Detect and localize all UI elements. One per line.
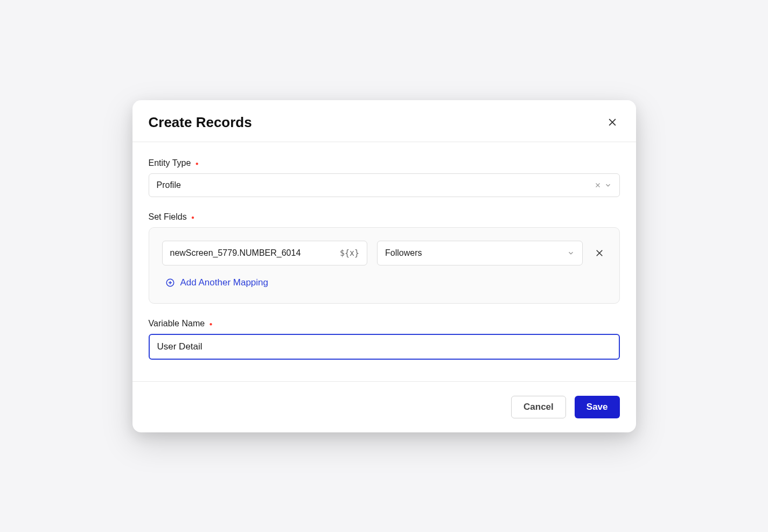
close-icon: [607, 117, 618, 128]
set-fields-group: Set Fields ● newScreen_5779.NUMBER_6014 …: [149, 212, 620, 304]
entity-type-group: Entity Type ● Profile: [149, 158, 620, 197]
x-icon: [595, 182, 601, 188]
variable-name-input[interactable]: [149, 334, 620, 360]
mapping-source-value: newScreen_5779.NUMBER_6014: [170, 248, 340, 258]
add-mapping-label: Add Another Mapping: [180, 277, 269, 288]
mapping-target-value: Followers: [385, 248, 567, 258]
close-button[interactable]: [605, 115, 620, 130]
modal-footer: Cancel Save: [132, 381, 636, 432]
required-indicator: ●: [196, 160, 199, 166]
plus-circle-icon: [165, 278, 175, 288]
save-button[interactable]: Save: [575, 396, 620, 418]
entity-type-select[interactable]: Profile: [149, 173, 620, 197]
chevron-down-icon: [567, 249, 575, 257]
modal-body: Entity Type ● Profile: [132, 142, 636, 381]
mapping-target-dropdown[interactable]: [567, 249, 575, 257]
variable-indicator: ${x}: [340, 248, 359, 258]
variable-name-group: Variable Name ●: [149, 319, 620, 360]
x-icon: [595, 248, 604, 258]
entity-type-label: Entity Type ●: [149, 158, 199, 168]
select-icons: [595, 181, 612, 189]
entity-type-label-text: Entity Type: [149, 158, 191, 167]
entity-type-clear[interactable]: [595, 182, 601, 188]
modal-header: Create Records: [132, 100, 636, 142]
set-fields-container: newScreen_5779.NUMBER_6014 ${x} Follower…: [149, 227, 620, 304]
chevron-down-icon: [604, 181, 612, 189]
add-mapping-button[interactable]: Add Another Mapping: [162, 275, 272, 290]
create-records-modal: Create Records Entity Type ● Profile: [132, 100, 636, 432]
entity-type-value: Profile: [157, 180, 595, 190]
mapping-row: newScreen_5779.NUMBER_6014 ${x} Follower…: [162, 241, 606, 265]
cancel-button[interactable]: Cancel: [511, 396, 566, 418]
required-indicator: ●: [191, 214, 194, 220]
variable-name-label-text: Variable Name: [149, 319, 205, 328]
set-fields-label-text: Set Fields: [149, 212, 187, 221]
mapping-remove-button[interactable]: [592, 246, 606, 260]
modal-title: Create Records: [149, 114, 252, 131]
set-fields-label: Set Fields ●: [149, 212, 195, 222]
entity-type-dropdown[interactable]: [604, 181, 612, 189]
mapping-source-input[interactable]: newScreen_5779.NUMBER_6014 ${x}: [162, 241, 368, 265]
required-indicator: ●: [210, 321, 213, 327]
variable-name-label: Variable Name ●: [149, 319, 213, 328]
mapping-target-select[interactable]: Followers: [377, 241, 583, 265]
